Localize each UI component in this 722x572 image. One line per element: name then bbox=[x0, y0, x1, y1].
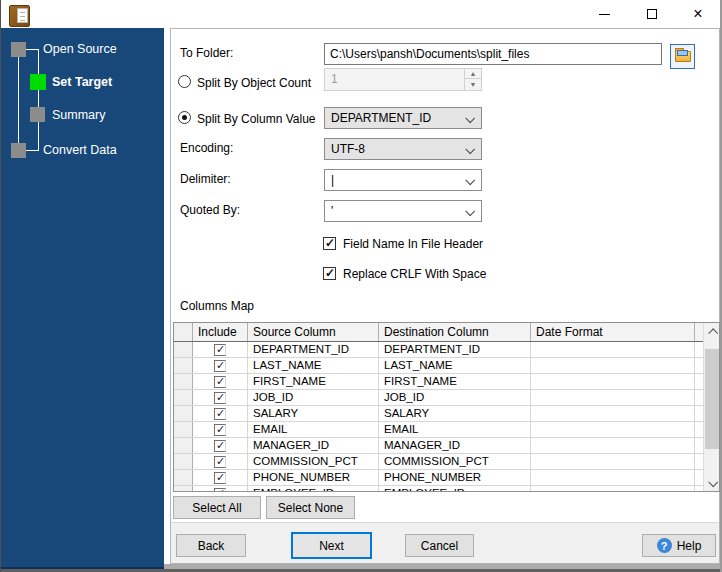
row-header-cell[interactable] bbox=[174, 342, 193, 357]
table-row[interactable]: EMAILEMAIL bbox=[174, 422, 705, 438]
minimize-button[interactable] bbox=[587, 0, 621, 28]
include-checkbox[interactable] bbox=[214, 376, 226, 388]
row-header-cell[interactable] bbox=[174, 374, 193, 389]
include-cell[interactable] bbox=[193, 454, 248, 469]
date-format-cell[interactable] bbox=[531, 486, 695, 492]
date-format-cell[interactable] bbox=[531, 422, 695, 437]
include-checkbox[interactable] bbox=[214, 472, 226, 484]
delimiter-combobox[interactable]: | bbox=[324, 169, 482, 191]
table-row[interactable]: PHONE_NUMBERPHONE_NUMBER bbox=[174, 470, 705, 486]
split-by-object-count-radio[interactable] bbox=[178, 75, 191, 88]
destination-column-cell[interactable]: EMPLOYEE_ID bbox=[379, 486, 531, 492]
table-row[interactable]: LAST_NAMELAST_NAME bbox=[174, 358, 705, 374]
next-button[interactable]: Next bbox=[291, 532, 372, 559]
destination-column-cell[interactable]: JOB_ID bbox=[379, 390, 531, 405]
include-checkbox[interactable] bbox=[214, 424, 226, 436]
date-format-cell[interactable] bbox=[531, 374, 695, 389]
encoding-select[interactable]: UTF-8 bbox=[324, 138, 482, 160]
destination-column-cell[interactable]: DEPARTMENT_ID bbox=[379, 342, 531, 357]
cancel-button[interactable]: Cancel bbox=[405, 534, 474, 557]
destination-column-cell[interactable]: LAST_NAME bbox=[379, 358, 531, 373]
source-column-cell[interactable]: JOB_ID bbox=[248, 390, 379, 405]
include-cell[interactable] bbox=[193, 438, 248, 453]
date-format-cell[interactable] bbox=[531, 454, 695, 469]
column-header-include[interactable]: Include bbox=[193, 323, 248, 341]
source-column-cell[interactable]: EMPLOYEE_ID bbox=[248, 486, 379, 492]
source-column-cell[interactable]: EMAIL bbox=[248, 422, 379, 437]
include-checkbox[interactable] bbox=[214, 456, 226, 468]
source-column-cell[interactable]: SALARY bbox=[248, 406, 379, 421]
include-cell[interactable] bbox=[193, 390, 248, 405]
close-button[interactable]: × bbox=[681, 0, 715, 28]
date-format-cell[interactable] bbox=[531, 438, 695, 453]
spinner-down-icon[interactable]: ▼ bbox=[465, 79, 481, 89]
back-button[interactable]: Back bbox=[176, 534, 246, 557]
table-row[interactable]: COMMISSION_PCTCOMMISSION_PCT bbox=[174, 454, 705, 470]
include-cell[interactable] bbox=[193, 470, 248, 485]
destination-column-cell[interactable]: PHONE_NUMBER bbox=[379, 470, 531, 485]
table-row[interactable]: DEPARTMENT_IDDEPARTMENT_ID bbox=[174, 342, 705, 358]
quoted-by-combobox[interactable]: ' bbox=[324, 200, 482, 222]
source-column-cell[interactable]: PHONE_NUMBER bbox=[248, 470, 379, 485]
source-column-cell[interactable]: LAST_NAME bbox=[248, 358, 379, 373]
destination-column-cell[interactable]: MANAGER_ID bbox=[379, 438, 531, 453]
row-header-cell[interactable] bbox=[174, 358, 193, 373]
include-cell[interactable] bbox=[193, 342, 248, 357]
scrollbar-thumb[interactable] bbox=[705, 349, 719, 449]
date-format-cell[interactable] bbox=[531, 470, 695, 485]
spinner-buttons[interactable]: ▲ ▼ bbox=[464, 69, 481, 90]
table-row[interactable]: SALARYSALARY bbox=[174, 406, 705, 422]
include-checkbox[interactable] bbox=[214, 360, 226, 372]
row-header-cell[interactable] bbox=[174, 438, 193, 453]
include-cell[interactable] bbox=[193, 406, 248, 421]
table-scrollbar[interactable] bbox=[703, 323, 719, 491]
date-format-cell[interactable] bbox=[531, 358, 695, 373]
destination-column-cell[interactable]: SALARY bbox=[379, 406, 531, 421]
source-column-cell[interactable]: FIRST_NAME bbox=[248, 374, 379, 389]
date-format-cell[interactable] bbox=[531, 342, 695, 357]
source-column-cell[interactable]: MANAGER_ID bbox=[248, 438, 379, 453]
row-header-cell[interactable] bbox=[174, 486, 193, 492]
table-row[interactable]: MANAGER_IDMANAGER_ID bbox=[174, 438, 705, 454]
include-cell[interactable] bbox=[193, 486, 248, 492]
date-format-cell[interactable] bbox=[531, 390, 695, 405]
select-all-button[interactable]: Select All bbox=[173, 496, 261, 519]
table-row[interactable]: FIRST_NAMEFIRST_NAME bbox=[174, 374, 705, 390]
to-folder-input[interactable] bbox=[324, 43, 662, 65]
row-header-cell[interactable] bbox=[174, 390, 193, 405]
destination-column-cell[interactable]: EMAIL bbox=[379, 422, 531, 437]
select-none-button[interactable]: Select None bbox=[266, 496, 355, 519]
table-row[interactable]: JOB_IDJOB_ID bbox=[174, 390, 705, 406]
include-checkbox[interactable] bbox=[214, 440, 226, 452]
help-button[interactable]: ? Help bbox=[642, 534, 716, 557]
destination-column-cell[interactable]: FIRST_NAME bbox=[379, 374, 531, 389]
spinner-up-icon[interactable]: ▲ bbox=[465, 69, 481, 79]
row-header-cell[interactable] bbox=[174, 454, 193, 469]
split-column-select[interactable]: DEPARTMENT_ID bbox=[324, 107, 482, 129]
row-header-cell[interactable] bbox=[174, 406, 193, 421]
split-by-column-value-radio[interactable] bbox=[178, 111, 191, 124]
include-cell[interactable] bbox=[193, 422, 248, 437]
column-header-destination[interactable]: Destination Column bbox=[379, 323, 531, 341]
column-header-date-format[interactable]: Date Format bbox=[531, 323, 695, 341]
column-header-source[interactable]: Source Column bbox=[248, 323, 379, 341]
row-header-cell[interactable] bbox=[174, 470, 193, 485]
replace-crlf-checkbox[interactable] bbox=[323, 267, 336, 280]
date-format-cell[interactable] bbox=[531, 406, 695, 421]
destination-column-cell[interactable]: COMMISSION_PCT bbox=[379, 454, 531, 469]
maximize-button[interactable] bbox=[635, 0, 669, 28]
include-cell[interactable] bbox=[193, 358, 248, 373]
scroll-up-icon[interactable] bbox=[704, 323, 720, 340]
field-name-in-header-checkbox[interactable] bbox=[323, 237, 336, 250]
include-checkbox[interactable] bbox=[214, 344, 226, 356]
row-header-cell[interactable] bbox=[174, 422, 193, 437]
object-count-spinner[interactable]: 1 ▲ ▼ bbox=[324, 68, 482, 91]
include-checkbox[interactable] bbox=[214, 408, 226, 420]
browse-folder-button[interactable] bbox=[670, 44, 695, 69]
table-row[interactable]: EMPLOYEE_IDEMPLOYEE_ID bbox=[174, 486, 705, 492]
source-column-cell[interactable]: DEPARTMENT_ID bbox=[248, 342, 379, 357]
include-checkbox[interactable] bbox=[214, 392, 226, 404]
include-cell[interactable] bbox=[193, 374, 248, 389]
include-checkbox[interactable] bbox=[214, 488, 226, 493]
source-column-cell[interactable]: COMMISSION_PCT bbox=[248, 454, 379, 469]
